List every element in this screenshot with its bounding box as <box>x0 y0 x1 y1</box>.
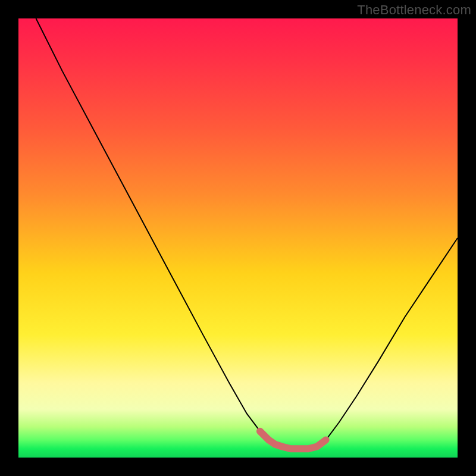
optimal-zone-highlight <box>260 431 326 449</box>
watermark-label: TheBottleneck.com <box>357 2 471 18</box>
bottleneck-curve-svg <box>18 18 458 458</box>
plot-area <box>18 18 458 458</box>
series-right-branch <box>308 238 458 449</box>
series-left-branch <box>36 18 309 449</box>
chart-frame: TheBottleneck.com <box>0 0 476 476</box>
